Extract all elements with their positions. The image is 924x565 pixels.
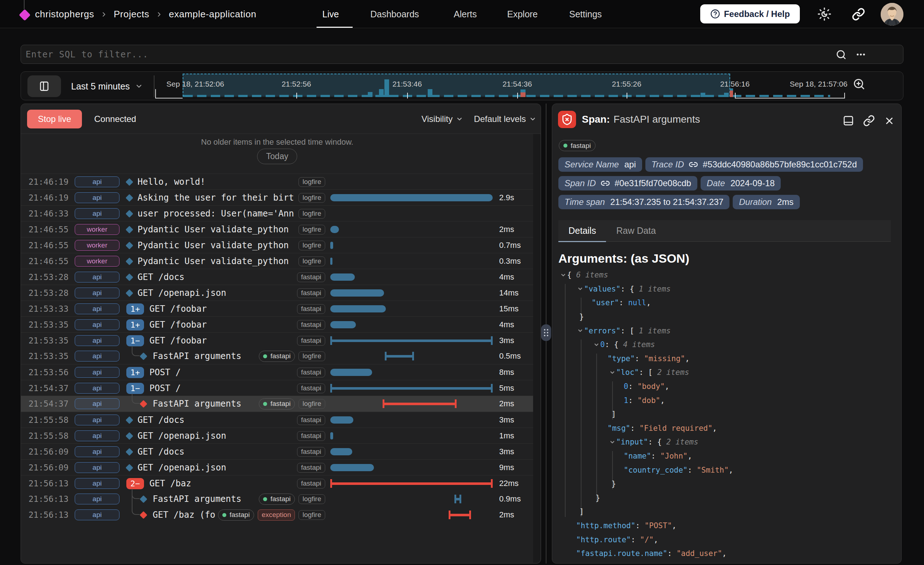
- trace-row[interactable]: 21:46:19apiAsking the user for their bir…: [21, 189, 534, 205]
- scope-pill-fastapi[interactable]: fastapi: [259, 493, 295, 505]
- scope-pill-fastapi[interactable]: fastapi: [297, 273, 325, 282]
- scope-pill-fastapi[interactable]: fastapi: [297, 384, 325, 393]
- scope-pill-logfire[interactable]: logfire: [298, 351, 325, 361]
- trace-row[interactable]: 21:56:09apiGET /docsfastapi3ms: [21, 444, 534, 459]
- trace-row[interactable]: 21:56:13apiFastAPI argumentsfastapilogfi…: [21, 491, 534, 507]
- scope-pill-logfire[interactable]: logfire: [298, 225, 325, 235]
- user-avatar[interactable]: [880, 3, 903, 25]
- trace-row[interactable]: 21:55:58apiGET /docsfastapi3ms: [21, 412, 534, 427]
- trace-row[interactable]: 21:53:35api1+GET /foobarfastapi4ms: [21, 316, 534, 332]
- trace-row[interactable]: 21:53:56api1+POST /fastapi8ms: [21, 364, 534, 380]
- share-link-button[interactable]: [850, 0, 866, 28]
- nav-tab-settings[interactable]: Settings: [569, 0, 602, 28]
- trace-row[interactable]: 21:53:35api1−GET /foobarfastapi3ms: [21, 332, 534, 348]
- theme-toggle-button[interactable]: [816, 0, 832, 28]
- scope-pill-fastapi[interactable]: fastapi: [259, 351, 295, 362]
- stop-live-button[interactable]: Stop live: [27, 110, 82, 129]
- children-toggle-badge[interactable]: 1+: [126, 303, 144, 315]
- attribute-chip-duration[interactable]: Duration2ms: [733, 195, 800, 209]
- scope-pill-fastapi[interactable]: fastapi: [297, 320, 325, 330]
- chevron-down-icon[interactable]: [609, 435, 615, 449]
- children-toggle-badge[interactable]: 1+: [126, 319, 144, 330]
- breadcrumb-projects[interactable]: Projects: [114, 9, 149, 20]
- scope-pill-logfire[interactable]: logfire: [298, 494, 325, 504]
- trace-row[interactable]: 21:56:13apiGET /baz (fofastapiexceptionl…: [21, 507, 534, 523]
- children-toggle-badge[interactable]: 2−: [126, 478, 144, 489]
- scope-pill-fastapi[interactable]: fastapi: [297, 336, 325, 346]
- search-icon[interactable]: [836, 49, 847, 60]
- scope-pill-fastapi[interactable]: fastapi: [297, 463, 325, 473]
- trace-row[interactable]: 21:56:13api2−GET /bazfastapi22ms: [21, 475, 534, 491]
- trace-row[interactable]: 21:53:35apiFastAPI argumentsfastapilogfi…: [21, 348, 534, 364]
- trace-row[interactable]: 21:46:55workerPydantic User validate_pyt…: [21, 237, 534, 253]
- visibility-dropdown[interactable]: Visibility: [422, 114, 463, 124]
- nav-tab-live[interactable]: Live: [322, 0, 339, 28]
- panel-resize-handle[interactable]: [541, 324, 551, 341]
- breadcrumb-org[interactable]: christophergs: [35, 9, 94, 20]
- duration-bar: [385, 348, 414, 364]
- trace-list-scrollbar[interactable]: [533, 134, 540, 563]
- chip-value: #0e31f5fd70e08cdb: [615, 178, 691, 188]
- sql-filter-input[interactable]: Enter SQL to filter...: [21, 49, 903, 60]
- scope-pill-fastapi[interactable]: fastapi: [218, 510, 254, 521]
- nav-tab-alerts[interactable]: Alerts: [454, 0, 477, 28]
- trace-row[interactable]: 21:46:19apiHello, world!logfire: [21, 174, 534, 189]
- attribute-chip-span-id[interactable]: Span ID#0e31f5fd70e08cdb: [558, 176, 698, 190]
- children-toggle-badge[interactable]: 1−: [126, 383, 144, 394]
- logfire-logo-diamond[interactable]: [19, 9, 31, 21]
- chevron-down-icon[interactable]: [609, 366, 615, 379]
- scope-pill-logfire[interactable]: logfire: [298, 209, 325, 219]
- trace-row[interactable]: 21:53:33api1+GET /foobarfastapi15ms: [21, 301, 534, 316]
- chevron-down-icon[interactable]: [593, 338, 600, 352]
- chevron-down-icon[interactable]: [577, 324, 583, 338]
- scope-pill-fastapi[interactable]: fastapi: [297, 304, 325, 314]
- scope-pill-logfire[interactable]: logfire: [298, 177, 325, 187]
- children-toggle-badge[interactable]: 1−: [126, 335, 144, 346]
- today-pill[interactable]: Today: [257, 148, 297, 164]
- attribute-chip-date[interactable]: Date2024-09-18: [700, 176, 781, 190]
- feedback-help-button[interactable]: Feedback / Help: [700, 4, 800, 24]
- scope-pill-fastapi[interactable]: fastapi: [297, 447, 325, 457]
- attribute-chip-service-name[interactable]: Service Nameapi: [558, 157, 642, 172]
- chevron-down-icon[interactable]: [560, 268, 566, 282]
- detail-tab-raw-data[interactable]: Raw Data: [606, 220, 666, 241]
- close-icon[interactable]: [884, 115, 895, 126]
- trace-row[interactable]: 21:53:28apiGET /openapi.jsonfastapi14ms: [21, 285, 534, 301]
- exception-pill[interactable]: exception: [258, 510, 295, 521]
- scope-pill-logfire[interactable]: logfire: [298, 510, 325, 520]
- breadcrumb-project[interactable]: example-application: [169, 9, 256, 20]
- nav-tab-explore[interactable]: Explore: [507, 0, 538, 28]
- sidebar-toggle-button[interactable]: [27, 75, 61, 97]
- zoom-in-icon[interactable]: [852, 78, 866, 91]
- scope-pill-logfire[interactable]: logfire: [298, 399, 325, 409]
- trace-row[interactable]: 21:56:09apiGET /openapi.jsonfastapi9ms: [21, 459, 534, 475]
- time-range-dropdown[interactable]: Last 5 minutes: [71, 72, 143, 100]
- scope-pill-fastapi[interactable]: fastapi: [259, 398, 295, 409]
- scope-pill-logfire[interactable]: logfire: [298, 256, 325, 266]
- detail-tab-details[interactable]: Details: [558, 220, 606, 241]
- ellipsis-menu-icon[interactable]: [855, 49, 866, 60]
- trace-row[interactable]: 21:46:55workerPydantic User validate_pyt…: [21, 221, 534, 237]
- trace-row[interactable]: 21:46:55workerPydantic User validate_pyt…: [21, 253, 534, 269]
- trace-row[interactable]: 21:53:28apiGET /docsfastapi4ms: [21, 269, 534, 285]
- trace-row[interactable]: 21:54:37apiFastAPI argumentsfastapilogfi…: [21, 396, 534, 412]
- children-toggle-badge[interactable]: 1+: [126, 367, 144, 378]
- scope-pill-fastapi[interactable]: fastapi: [297, 415, 325, 425]
- copy-link-icon[interactable]: [863, 115, 875, 127]
- scope-pill-fastapi[interactable]: fastapi: [297, 479, 325, 489]
- attribute-chip-trace-id[interactable]: Trace ID#53ddc40980a86b57bfe89c1cc01c752…: [645, 157, 863, 172]
- scope-pill-fastapi[interactable]: fastapi: [297, 368, 325, 378]
- attribute-chip-time-span[interactable]: Time span21:54:37.235 to 21:54:37.237: [558, 195, 729, 209]
- scope-pill-fastapi[interactable]: fastapi: [297, 431, 325, 441]
- trace-row[interactable]: 21:55:58apiGET /openapi.jsonfastapi1ms: [21, 427, 534, 444]
- scope-pill-fastapi[interactable]: fastapi: [297, 288, 325, 298]
- trace-row[interactable]: 21:46:33apiuser processed: User(name='An…: [21, 205, 534, 221]
- dock-panel-icon[interactable]: [843, 115, 854, 126]
- chevron-down-icon[interactable]: [577, 282, 583, 296]
- nav-tab-dashboards[interactable]: Dashboards: [370, 0, 419, 28]
- scope-pill-fastapi[interactable]: fastapi: [559, 140, 596, 151]
- default-levels-dropdown[interactable]: Default levels: [474, 114, 536, 124]
- scope-pill-logfire[interactable]: logfire: [298, 193, 325, 203]
- trace-row[interactable]: 21:54:37api1−POST /fastapi5ms: [21, 380, 534, 396]
- scope-pill-logfire[interactable]: logfire: [298, 241, 325, 250]
